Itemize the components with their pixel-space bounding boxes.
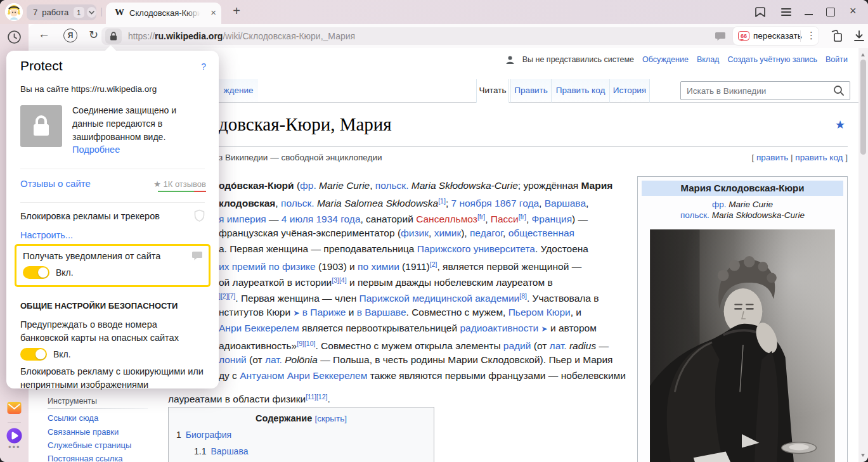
retell-button-group[interactable]: 66 пересказать ⋮ — [732, 26, 819, 46]
address-bar[interactable]: https://ru.wikipedia.org/wiki/Склодовска… — [101, 27, 755, 45]
new-tab-button[interactable]: + — [230, 4, 243, 19]
yandex-mail-icon[interactable] — [7, 401, 22, 414]
card-warning-toggle[interactable] — [20, 348, 47, 361]
ref-sup-link[interactable]: [2] — [430, 260, 437, 268]
close-button[interactable]: × — [850, 4, 857, 18]
wiki-link[interactable]: радиоактивности — [460, 323, 538, 333]
interwiki-arrow-link[interactable]: ➤ — [541, 324, 548, 333]
side-panel-icon[interactable] — [753, 5, 767, 19]
wiki-link[interactable]: в Варшаве — [357, 307, 406, 318]
wiki-link[interactable]: Анри Беккерелем — [219, 323, 299, 333]
scrollbar-thumb[interactable] — [860, 60, 866, 155]
ref-sup-link[interactable]: [9][10] — [297, 340, 315, 347]
ref-sup-link[interactable]: [11][12] — [306, 393, 327, 401]
wiki-link[interactable]: общественная — [508, 228, 574, 238]
wiki-search-input[interactable] — [681, 82, 832, 99]
chevron-down-icon[interactable] — [87, 7, 96, 18]
tab-read[interactable]: Читать — [476, 79, 509, 103]
scroll-down-arrow[interactable] — [861, 454, 865, 459]
edit-link[interactable]: править — [756, 153, 788, 162]
wiki-link[interactable]: 4 июля — [282, 214, 313, 224]
fr-lang-link[interactable]: фр. — [712, 200, 726, 209]
wiki-link[interactable]: Парижского университета — [417, 243, 535, 254]
yandex-services-icon[interactable]: Я — [63, 29, 77, 42]
pl-lang-link[interactable]: польск. — [680, 210, 709, 220]
personal-talk-link[interactable]: Обсуждение — [642, 55, 689, 64]
tools-link-related[interactable]: Связанные правки — [48, 427, 119, 437]
wiki-link[interactable]: физик — [401, 228, 429, 238]
protect-help-link[interactable]: ? — [201, 61, 206, 72]
comment-icon[interactable] — [715, 31, 725, 41]
configure-link[interactable]: Настроить... — [20, 230, 73, 240]
ref-sup-link[interactable]: [3][4] — [332, 276, 346, 284]
ref-sup-link[interactable]: ][2][7] — [219, 292, 235, 300]
site-reviews-link[interactable]: Отзывы о сайте — [20, 178, 91, 189]
personal-create-account-link[interactable]: Создать учётную запись — [727, 55, 817, 64]
wiki-link[interactable]: радий — [503, 340, 531, 351]
wiki-link[interactable]: лоний — [219, 354, 247, 365]
profile-avatar[interactable] — [5, 3, 23, 21]
tools-link-special[interactable]: Служебные страницы — [48, 440, 131, 450]
edit-code-link[interactable]: править код — [795, 153, 843, 162]
toc-hide-link[interactable]: [скрыть] — [314, 414, 347, 423]
tools-link-permanent[interactable]: Постоянная ссылка — [48, 454, 123, 462]
wiki-link[interactable]: лат. — [550, 340, 567, 351]
wiki-link[interactable]: педагог — [470, 228, 503, 238]
red-link[interactable]: Санселльмоз — [416, 214, 477, 224]
alice-assistant-icon[interactable] — [6, 428, 22, 444]
wiki-link[interactable]: 7 ноября — [451, 198, 492, 209]
maximize-button[interactable] — [826, 8, 835, 16]
notifications-toggle[interactable] — [23, 266, 49, 279]
red-link[interactable]: Пасси — [491, 214, 519, 224]
tab-edit-source[interactable]: Править код — [551, 79, 609, 103]
wiki-link[interactable]: лат. — [265, 354, 282, 365]
wiki-link[interactable]: 1934 года — [316, 214, 360, 224]
wiki-link[interactable]: Парижской медицинской академии — [360, 293, 520, 304]
wiki-link[interactable]: польск. — [375, 180, 409, 191]
back-button[interactable]: ← — [38, 27, 50, 41]
tab-group-pill[interactable]: 7 работа 1 — [27, 4, 96, 20]
wiki-link[interactable]: их премий по физике — [219, 261, 316, 272]
wiki-search-box[interactable] — [680, 81, 850, 100]
personal-contrib-link[interactable]: Вклад — [697, 55, 720, 64]
wiki-link[interactable]: Пьером Кюри — [508, 307, 571, 318]
downloads-icon[interactable] — [853, 30, 865, 42]
ref-sup-link[interactable]: [1] — [438, 197, 446, 205]
wiki-link[interactable]: Франция — [532, 214, 573, 224]
wiki-link[interactable]: 1867 года — [495, 198, 539, 209]
toc-link-biography[interactable]: Биография — [186, 430, 231, 440]
tab-history[interactable]: История — [609, 79, 650, 103]
collections-icon[interactable] — [829, 29, 844, 44]
tab-close-icon[interactable]: × — [211, 7, 216, 18]
personal-login-link[interactable]: Войти — [826, 55, 848, 64]
tab-edit[interactable]: Править — [510, 79, 551, 103]
wiki-link[interactable]: Варшава — [545, 198, 586, 209]
wiki-link[interactable]: в Париже — [302, 307, 346, 318]
retell-more-icon[interactable]: ⋮ — [806, 30, 816, 41]
reload-icon[interactable]: ↻ — [89, 28, 98, 42]
ref-sup-link[interactable]: [fr] — [519, 213, 526, 221]
tools-link-whatlinkshere[interactable]: Ссылки сюда — [48, 413, 98, 423]
details-link[interactable]: Подробнее — [72, 144, 120, 155]
lock-chip[interactable] — [105, 29, 122, 44]
wiki-link[interactable]: по химии — [358, 261, 399, 272]
minimize-button[interactable] — [805, 14, 813, 15]
ref-sup-link[interactable]: [fr] — [477, 213, 485, 221]
menu-icon[interactable] — [781, 6, 791, 18]
search-icon[interactable] — [833, 85, 845, 96]
wiki-link[interactable]: фр. — [300, 180, 316, 191]
history-clock-icon[interactable] — [7, 30, 22, 44]
interwiki-arrow-link[interactable]: ➤ — [293, 309, 299, 318]
scroll-up-arrow[interactable] — [861, 51, 865, 56]
wiki-link[interactable]: польск. — [281, 198, 314, 209]
wiki-link[interactable]: химик — [434, 228, 462, 238]
browser-tab-active[interactable]: W Склодовская-Кюри, Ма × — [106, 3, 221, 24]
more-options-icon[interactable]: ••• — [8, 442, 21, 452]
toc-link-warsaw[interactable]: Варшава — [211, 446, 248, 456]
watch-star-icon[interactable]: ★ — [835, 118, 845, 132]
wiki-link[interactable]: Антуаном Анри Беккерелем — [240, 370, 367, 381]
page-scrollbar[interactable] — [858, 48, 868, 462]
tab-discussion-partial[interactable]: ждение — [219, 79, 258, 103]
ref-sup-link[interactable]: [8] — [519, 292, 527, 300]
wiki-link[interactable]: я империя — [219, 214, 266, 224]
